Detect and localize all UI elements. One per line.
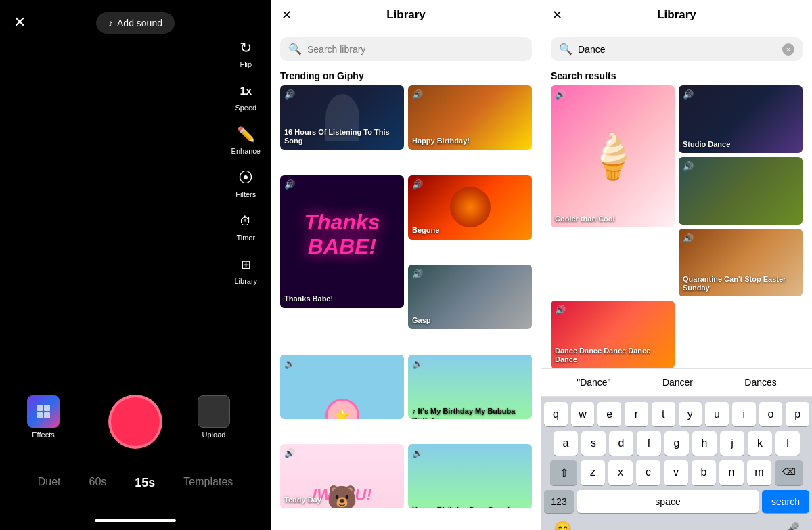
library-title-right: Library (657, 8, 696, 22)
search-icon-right: 🔍 (559, 43, 572, 56)
key-e[interactable]: e (597, 402, 621, 426)
svg-rect-0 (37, 405, 43, 411)
tab-15s[interactable]: 15s (131, 473, 159, 493)
gif-jojo[interactable]: 🔊 16 Hours Of Listening To This Song (280, 85, 404, 150)
key-a[interactable]: a (554, 431, 578, 456)
key-r[interactable]: r (625, 402, 648, 426)
key-w[interactable]: w (571, 402, 595, 426)
key-space[interactable]: space (577, 490, 759, 513)
gif-birthday2[interactable]: 🔊 ♪ It's My Birthday My Bububa Birthday … (408, 355, 532, 419)
svg-rect-3 (44, 412, 50, 418)
key-numbers[interactable]: 123 (544, 490, 574, 513)
keyboard-row-3: ⇧ z x c v b n m ⌫ (544, 460, 809, 485)
enhance-tool[interactable]: ✏️ Enhance (231, 124, 261, 155)
duration-tabs: Duet 60s 15s Templates (0, 473, 271, 493)
search-icon: 🔍 (288, 43, 302, 56)
key-t[interactable]: t (652, 402, 675, 426)
enhance-icon: ✏️ (235, 124, 256, 146)
gif-label: Happy Birthday Dear Grandpa (412, 506, 518, 508)
microphone-button[interactable]: 🎤 (783, 521, 800, 530)
key-d[interactable]: d (609, 431, 633, 456)
gif-birthday[interactable]: 🔊 Happy Birthday! (408, 85, 532, 150)
gif-begone[interactable]: 🔊 Begone (408, 175, 532, 240)
result-quarantine[interactable]: 🔊 Quarantine Can't Stop Easter Sunday (679, 229, 803, 296)
suggestion-dance-quote[interactable]: "Dance" (571, 374, 616, 391)
effects-icon (27, 395, 60, 428)
key-b[interactable]: b (692, 460, 716, 485)
key-l[interactable]: l (775, 431, 800, 456)
gif-label: 16 Hours Of Listening To This Song (284, 128, 404, 146)
sound-icon: 🔊 (683, 161, 694, 171)
key-z[interactable]: z (581, 460, 605, 485)
tab-duet[interactable]: Duet (34, 473, 65, 493)
tab-60s[interactable]: 60s (85, 473, 111, 493)
gif-label: ♪ It's My Birthday My Bububa Birthday ♪ (412, 407, 532, 418)
svg-rect-1 (44, 405, 50, 411)
upload-button[interactable]: Upload (198, 395, 230, 439)
key-o[interactable]: o (759, 402, 783, 426)
key-v[interactable]: v (664, 460, 688, 485)
gif-grandpa[interactable]: 🔊 Happy Birthday Dear Grandpa (408, 444, 532, 508)
key-shift[interactable]: ⇧ (550, 460, 577, 485)
key-y[interactable]: y (679, 402, 702, 426)
sound-icon: 🔊 (683, 89, 694, 100)
upload-thumbnail (198, 395, 230, 428)
key-g[interactable]: g (664, 431, 689, 456)
section-title-trending: Trending on Giphy (271, 68, 541, 85)
svg-rect-2 (37, 412, 43, 418)
close-library-search-button[interactable]: ✕ (552, 7, 562, 22)
effects-button[interactable]: Effects (27, 395, 60, 439)
filters-tool[interactable]: ⦿ Filters (235, 167, 256, 198)
gif-gasp[interactable]: 🔊 Gasp (408, 265, 532, 329)
key-x[interactable]: x (608, 460, 633, 485)
key-u[interactable]: u (705, 402, 729, 426)
result-dance-kids[interactable]: 🔊 (679, 157, 803, 225)
key-k[interactable]: k (748, 431, 772, 456)
key-s[interactable]: s (581, 431, 606, 456)
key-h[interactable]: h (692, 431, 717, 456)
tab-templates[interactable]: Templates (179, 473, 237, 493)
search-bar-filled[interactable]: 🔍 × (551, 37, 803, 61)
search-bar[interactable]: 🔍 (280, 37, 532, 61)
close-library-button[interactable]: ✕ (281, 7, 292, 22)
result-icecream[interactable]: 🔊 🍦 Cooler than Cool (551, 85, 675, 227)
gif-thanks[interactable]: 🔊 ThanksBABE! Thanks Babe! (280, 175, 404, 308)
key-i[interactable]: i (732, 402, 756, 426)
key-j[interactable]: j (720, 431, 744, 456)
key-m[interactable]: m (747, 460, 771, 485)
result-dance2[interactable]: 🔊 Dance Dance Dance Dance Dance (551, 301, 675, 368)
filters-icon: ⦿ (235, 167, 256, 189)
search-input-right[interactable] (578, 44, 777, 55)
result-label: Studio Dance (683, 140, 730, 149)
search-input[interactable] (307, 44, 524, 55)
key-c[interactable]: c (636, 460, 660, 485)
key-delete[interactable]: ⌫ (775, 460, 803, 485)
gif-loveyou[interactable]: 🔊 ⭐ I Love You (280, 355, 404, 419)
speed-icon: 1x (235, 81, 256, 102)
suggestion-dancer[interactable]: Dancer (657, 374, 698, 391)
result-studio[interactable]: 🔊 Studio Dance (679, 85, 803, 153)
key-q[interactable]: q (544, 402, 568, 426)
record-button[interactable] (108, 395, 162, 449)
sound-icon: 🔊 (412, 359, 423, 369)
camera-panel: ✕ ♪ Add sound ↻ Flip 1x Speed ✏️ Enhance… (0, 0, 271, 530)
add-sound-button[interactable]: ♪ Add sound (96, 12, 175, 34)
library-tool[interactable]: ⊞ Library (234, 254, 257, 285)
suggestion-dances[interactable]: Dances (739, 374, 782, 391)
sound-icon: 🔊 (412, 269, 423, 279)
flip-tool[interactable]: ↻ Flip (235, 37, 256, 68)
gif-teddy[interactable]: 🔊 🐻 IWUVU! Teddy Day (280, 444, 404, 508)
music-icon: ♪ (108, 18, 113, 28)
key-f[interactable]: f (637, 431, 661, 456)
emoji-button[interactable]: 😊 (554, 521, 572, 530)
speed-tool[interactable]: 1x Speed (235, 81, 256, 112)
keyboard: q w e r t y u i o p a s d f g h j k l ⇧ … (541, 397, 812, 530)
timer-tool[interactable]: ⏱ Timer (235, 211, 256, 242)
close-camera-button[interactable]: ✕ (14, 14, 26, 31)
key-search[interactable]: search (762, 490, 809, 513)
library-panel-search: ✕ Library 🔍 × Search results 🔊 🍦 Cooler … (541, 0, 812, 530)
gif-label: Begone (412, 226, 439, 235)
clear-search-button[interactable]: × (782, 43, 794, 56)
key-p[interactable]: p (786, 402, 809, 426)
key-n[interactable]: n (719, 460, 744, 485)
